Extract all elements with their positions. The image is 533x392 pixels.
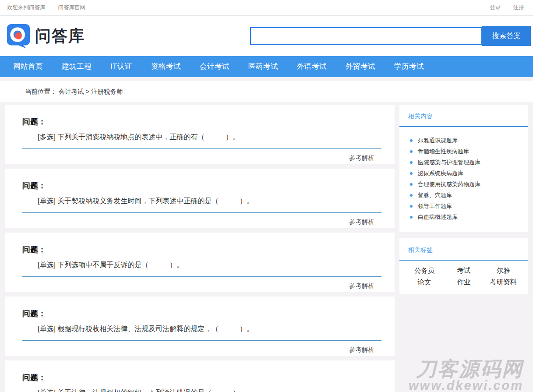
tag-link[interactable]: 考研资料 xyxy=(484,276,523,288)
tag-link[interactable]: 考试 xyxy=(444,265,484,276)
related-list-item: 尔雅通识课题库 xyxy=(399,135,528,146)
bullet-icon xyxy=(410,194,413,197)
qa-speech-bubble-logo-icon xyxy=(6,23,31,49)
related-link[interactable]: 医院感染与护理管理题库 xyxy=(418,159,480,166)
site-header: 问答库 搜索答案 xyxy=(0,16,533,56)
nav-item[interactable]: 外语考试 xyxy=(297,62,327,71)
question-text: [多选] 下列关于消费税纳税地点的表述中，正确的有（ ）。 xyxy=(22,133,381,142)
register-link[interactable]: 注册 xyxy=(513,4,524,11)
nav-item[interactable]: 学历考试 xyxy=(394,62,424,71)
related-list-item: 领导工作题库 xyxy=(399,201,528,212)
sidebar: 相关内容 尔雅通识课题库 骨髓增生性疾病题库 医院感染与护 xyxy=(399,105,528,294)
related-link[interactable]: 尔雅通识课题库 xyxy=(418,137,458,145)
question-divider xyxy=(22,340,381,341)
question-card: 问题： [单选] 关于契税纳税义务发生时间，下列表述中正确的是（ ）。 参考解析 xyxy=(5,169,395,228)
analysis-link[interactable]: 参考解析 xyxy=(349,154,374,161)
related-link[interactable]: 骨髓增生性疾病题库 xyxy=(418,148,469,155)
related-list-item: 督脉、穴题库 xyxy=(399,190,528,201)
question-card: 问题： [单选] 下列选项中不属于反诉的是（ ）。 参考解析 xyxy=(5,233,395,292)
bullet-icon xyxy=(410,150,413,153)
related-list-item: 白血病概述题库 xyxy=(399,212,528,222)
question-list: 问题： [多选] 下列关于消费税纳税地点的表述中，正确的有（ ）。 参考解析 问… xyxy=(5,105,395,392)
tag-link[interactable]: 作业 xyxy=(444,276,484,288)
bullet-icon xyxy=(410,205,413,208)
topbar: 欢迎来到问答库 问答库官网 登录 注册 xyxy=(0,0,533,16)
bullet-icon xyxy=(410,216,413,219)
main-nav: 网站首页 建筑工程 IT认证 资格考试 会计考试 医药考试 外语考试 外贸考试 … xyxy=(0,56,533,77)
login-link[interactable]: 登录 xyxy=(490,4,501,11)
question-text: [单选] 下列选项中不属于反诉的是（ ）。 xyxy=(22,261,381,270)
tag-link[interactable]: 尔雅 xyxy=(484,265,523,276)
question-divider xyxy=(22,148,381,149)
related-content-list: 尔雅通识课题库 骨髓增生性疾病题库 医院感染与护理管理题库 泌尿 xyxy=(399,127,528,232)
related-link[interactable]: 合理使用抗感染药物题库 xyxy=(418,180,480,188)
question-label: 问题： xyxy=(22,180,381,191)
tags-grid: 公务员 考试 尔雅 论文 作业 考研资料 xyxy=(399,261,528,294)
question-divider xyxy=(22,276,381,277)
bullet-icon xyxy=(410,183,413,186)
question-label: 问题： xyxy=(22,308,381,319)
breadcrumb-current-link[interactable]: 注册税务师 xyxy=(91,88,123,96)
tag-link[interactable]: 论文 xyxy=(405,276,444,288)
related-content-box: 相关内容 尔雅通识课题库 骨髓增生性疾病题库 医院感染与护 xyxy=(399,105,528,232)
question-card: 问题： [单选] 关于法律、法规授权的组织，下列说法错误的是（ ）。 参考解析 xyxy=(5,360,395,392)
analysis-row: 参考解析 xyxy=(22,346,381,354)
question-label: 问题： xyxy=(22,244,381,255)
question-label: 问题： xyxy=(22,372,381,383)
analysis-link[interactable]: 参考解析 xyxy=(349,346,374,353)
divider xyxy=(507,5,507,11)
bullet-icon xyxy=(410,172,413,175)
related-list-item: 合理使用抗感染药物题库 xyxy=(399,179,528,190)
question-card: 问题： [单选] 根据现行税收相关法律、法规及司法解释的规定，（ ）。 参考解析 xyxy=(5,297,395,356)
tag-link[interactable]: 公务员 xyxy=(405,265,444,276)
nav-item[interactable]: 资格考试 xyxy=(151,62,181,71)
question-card: 问题： [多选] 下列关于消费税纳税地点的表述中，正确的有（ ）。 参考解析 xyxy=(5,105,395,164)
nav-item[interactable]: 网站首页 xyxy=(13,62,43,71)
search-button[interactable]: 搜索答案 xyxy=(482,26,531,46)
bullet-icon xyxy=(410,139,413,142)
related-link[interactable]: 领导工作题库 xyxy=(418,202,452,210)
main-area: 问题： [多选] 下列关于消费税纳税地点的表述中，正确的有（ ）。 参考解析 问… xyxy=(0,102,533,392)
question-label: 问题： xyxy=(22,117,381,127)
related-link[interactable]: 白血病概述题库 xyxy=(418,213,458,221)
analysis-link[interactable]: 参考解析 xyxy=(349,282,374,289)
related-list-item: 泌尿系统疾病题库 xyxy=(399,168,528,179)
related-tags-box: 相关标签 公务员 考试 尔雅 论文 作业 考研资料 xyxy=(399,238,528,294)
breadcrumb-category-link[interactable]: 会计考试 xyxy=(59,88,84,96)
related-list-item: 骨髓增生性疾病题库 xyxy=(399,146,528,157)
nav-item[interactable]: 外贸考试 xyxy=(346,62,375,71)
nav-item[interactable]: 会计考试 xyxy=(200,62,229,71)
question-text: [单选] 关于契税纳税义务发生时间，下列表述中正确的是（ ）。 xyxy=(22,197,381,206)
breadcrumb-separator: > xyxy=(86,88,89,95)
analysis-link[interactable]: 参考解析 xyxy=(349,218,374,225)
breadcrumb-prefix: 当前位置： xyxy=(25,88,57,96)
related-content-title: 相关内容 xyxy=(399,105,528,127)
question-divider xyxy=(22,212,381,213)
question-text: [单选] 关于法律、法规授权的组织，下列说法错误的是（ ）。 xyxy=(22,388,381,392)
welcome-text: 欢迎来到问答库 xyxy=(7,4,46,11)
logo[interactable]: 问答库 xyxy=(6,23,85,49)
related-list-item: 医院感染与护理管理题库 xyxy=(399,157,528,168)
nav-item[interactable]: IT认证 xyxy=(110,62,132,71)
search-input[interactable] xyxy=(250,27,482,45)
related-link[interactable]: 泌尿系统疾病题库 xyxy=(418,170,463,177)
logo-text: 问答库 xyxy=(35,25,85,47)
search-bar: 搜索答案 xyxy=(250,26,531,46)
nav-item[interactable]: 建筑工程 xyxy=(62,62,92,71)
breadcrumb: 当前位置： 会计考试 > 注册税务师 xyxy=(0,81,533,102)
analysis-row: 参考解析 xyxy=(22,282,381,290)
related-link[interactable]: 督脉、穴题库 xyxy=(418,191,452,199)
bullet-icon xyxy=(410,161,413,164)
nav-item[interactable]: 医药考试 xyxy=(248,62,278,71)
related-tags-title: 相关标签 xyxy=(399,238,528,261)
analysis-row: 参考解析 xyxy=(22,154,381,162)
question-text: [单选] 根据现行税收相关法律、法规及司法解释的规定，（ ）。 xyxy=(22,325,381,334)
analysis-row: 参考解析 xyxy=(22,218,381,226)
divider xyxy=(52,5,52,11)
official-site-link[interactable]: 问答库官网 xyxy=(58,4,86,11)
